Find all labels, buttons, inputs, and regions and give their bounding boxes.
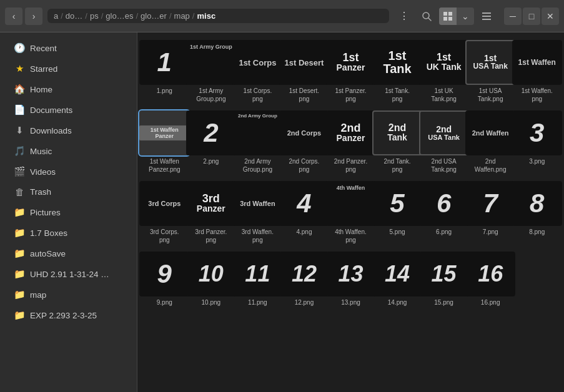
folder-icon-5: 📁 bbox=[14, 289, 25, 300]
sidebar-item-exp293[interactable]: 📁 EXP 2.293 2-3-25 bbox=[4, 305, 133, 325]
hamburger-menu-button[interactable] bbox=[477, 6, 497, 26]
file-grid: 1 1.png 1st Army Group 1st ArmyGroup.png… bbox=[142, 37, 559, 309]
file-item-1corps[interactable]: 1st Corps 1st Corps.png bbox=[235, 37, 280, 105]
sidebar-item-documents[interactable]: 📄 Documents bbox=[4, 100, 133, 120]
grid-view-button[interactable] bbox=[439, 7, 457, 25]
file-item-11png[interactable]: 11 11.png bbox=[235, 249, 280, 309]
thumb-4thwaffen: 4th Waffen bbox=[326, 181, 376, 226]
file-item-2png[interactable]: 2 2.png bbox=[189, 108, 234, 176]
file-name-1uktank: 1st UKTank.png bbox=[431, 87, 457, 103]
file-item-14png[interactable]: 14 14.png bbox=[375, 249, 420, 309]
svg-rect-2 bbox=[443, 12, 447, 16]
thumb-3rdpanzer: 3rd Panzer bbox=[186, 181, 236, 226]
file-item-4thwaffen[interactable]: 4th Waffen 4th Waffen.png bbox=[329, 179, 373, 247]
breadcrumb-part: ps bbox=[90, 11, 99, 21]
file-name-10png: 10.png bbox=[202, 298, 221, 306]
file-name-15png: 15.png bbox=[434, 298, 453, 306]
chevron-view-button[interactable]: ⌄ bbox=[457, 7, 474, 25]
sidebar-item-pictures[interactable]: 📁 Pictures bbox=[4, 202, 133, 222]
file-name-14png: 14.png bbox=[388, 298, 407, 306]
file-item-2ndtank[interactable]: 2nd Tank 2nd Tank.png bbox=[375, 108, 420, 176]
file-item-13png[interactable]: 13 13.png bbox=[329, 249, 373, 309]
file-item-2ndusatank[interactable]: 2nd USA Tank 2nd USATank.png bbox=[422, 108, 466, 176]
file-item-1panzer[interactable]: 1st Panzer 1st Panzer.png bbox=[329, 37, 373, 105]
sidebar-item-uhd291[interactable]: 📁 UHD 2.91 1-31-24 … bbox=[4, 264, 133, 284]
file-item-1waffen[interactable]: 1st Waffen 1st Waffen.png bbox=[515, 37, 559, 105]
thumb-6png: 6 bbox=[419, 181, 469, 226]
file-item-1armygroup[interactable]: 1st Army Group 1st ArmyGroup.png bbox=[189, 37, 234, 105]
grid-icon bbox=[443, 12, 452, 21]
file-name-1corps: 1st Corps.png bbox=[244, 87, 272, 103]
svg-line-1 bbox=[428, 18, 431, 21]
file-name-16png: 16.png bbox=[481, 298, 500, 306]
file-name-1panzer: 1st Panzer.png bbox=[335, 87, 366, 103]
sidebar-item-starred[interactable]: ★ Starred bbox=[4, 59, 133, 79]
file-item-3rdcorps[interactable]: 3rd Corps 3rd Corps.png bbox=[142, 179, 187, 247]
file-item-1usatank[interactable]: 1st USA Tank 1st USATank.png bbox=[468, 37, 513, 105]
file-item-15png[interactable]: 15 15.png bbox=[422, 249, 466, 309]
search-button[interactable] bbox=[417, 6, 437, 26]
maximize-button[interactable]: □ bbox=[523, 7, 540, 25]
thumb-1png: 1 bbox=[139, 40, 189, 85]
sidebar-label-autosave: autoSave bbox=[30, 249, 66, 258]
sidebar-item-autosave[interactable]: 📁 autoSave bbox=[4, 243, 133, 263]
svg-rect-5 bbox=[448, 17, 452, 21]
sidebar-item-map[interactable]: 📁 map bbox=[4, 285, 133, 305]
file-item-1uktank[interactable]: 1st UK Tank 1st UKTank.png bbox=[422, 37, 466, 105]
file-item-5png[interactable]: 5 5.png bbox=[375, 179, 420, 247]
file-item-4png[interactable]: 4 4.png bbox=[282, 179, 327, 247]
thumb-16png: 16 bbox=[465, 252, 515, 296]
thumb-2ndwaffen: 2nd Waffen bbox=[465, 110, 515, 155]
thumb-2ndtank: 2nd Tank bbox=[372, 110, 422, 155]
thumb-2ndusatank: 2nd USA Tank bbox=[419, 110, 469, 155]
sidebar-item-downloads[interactable]: ⬇ Downloads bbox=[4, 120, 133, 140]
file-name-1usatank: 1st USATank.png bbox=[478, 87, 503, 103]
sidebar-item-17boxes[interactable]: 📁 1.7 Boxes bbox=[4, 223, 133, 243]
file-name-3rdcorps: 3rd Corps.png bbox=[150, 228, 179, 244]
file-item-1png[interactable]: 1 1.png bbox=[142, 37, 187, 105]
sidebar-item-trash[interactable]: 🗑 Trash bbox=[4, 182, 133, 202]
thumb-3rdwaffen: 3rd Waffen bbox=[232, 181, 282, 226]
file-item-10png[interactable]: 10 10.png bbox=[189, 249, 234, 309]
file-item-2ndwaffen[interactable]: 2nd Waffen 2ndWaffen.png bbox=[468, 108, 513, 176]
file-content: 1 1.png 1st Army Group 1st ArmyGroup.png… bbox=[137, 32, 564, 392]
file-item-1tank[interactable]: 1st Tank 1st Tank.png bbox=[375, 37, 420, 105]
file-item-8png[interactable]: 8 8.png bbox=[515, 179, 559, 247]
file-item-3rdpanzer[interactable]: 3rd Panzer 3rd Panzer.png bbox=[189, 179, 234, 247]
file-item-3rdwaffen[interactable]: 3rd Waffen 3rd Waffen.png bbox=[235, 179, 280, 247]
sidebar-label-music: Music bbox=[30, 147, 52, 156]
sidebar-item-home[interactable]: 🏠 Home bbox=[4, 79, 133, 99]
forward-button[interactable]: › bbox=[25, 7, 42, 25]
file-item-1desert[interactable]: 1st Desert 1st Desert.png bbox=[282, 37, 327, 105]
thumb-14png: 14 bbox=[372, 252, 422, 296]
sidebar-item-music[interactable]: 🎵 Music bbox=[4, 141, 133, 161]
file-item-12png[interactable]: 12 12.png bbox=[282, 249, 327, 309]
thumb-7png: 7 bbox=[465, 181, 515, 226]
thumb-1usatank: 1st USA Tank bbox=[465, 40, 515, 85]
hamburger-icon bbox=[482, 12, 491, 20]
file-item-2armygroup[interactable]: 2nd Army Group 2nd ArmyGroup.png bbox=[235, 108, 280, 176]
file-item-9png[interactable]: 9 9.png bbox=[142, 249, 187, 309]
sidebar-item-videos[interactable]: 🎬 Videos bbox=[4, 162, 133, 182]
file-item-6png[interactable]: 6 6.png bbox=[422, 179, 466, 247]
video-icon: 🎬 bbox=[14, 166, 25, 177]
thumb-1waffen: 1st Waffen bbox=[512, 40, 562, 85]
file-item-7png[interactable]: 7 7.png bbox=[468, 179, 513, 247]
sidebar-item-recent[interactable]: 🕐 Recent bbox=[4, 38, 133, 58]
file-item-3png[interactable]: 3 3.png bbox=[515, 108, 559, 176]
file-item-2corps[interactable]: 2nd Corps 2nd Corps.png bbox=[282, 108, 327, 176]
minimize-button[interactable]: ─ bbox=[504, 7, 522, 25]
file-item-2ndpanzer[interactable]: 2nd Panzer 2nd Panzer.png bbox=[329, 108, 373, 176]
file-item-16png[interactable]: 16 16.png bbox=[468, 249, 513, 309]
document-icon: 📄 bbox=[14, 104, 25, 115]
thumb-3png: 3 bbox=[512, 110, 562, 155]
home-icon: 🏠 bbox=[14, 84, 25, 95]
close-button[interactable]: ✕ bbox=[542, 7, 559, 25]
breadcrumb-menu-button[interactable]: ⋮ bbox=[394, 6, 414, 26]
file-name-2corps: 2nd Corps.png bbox=[289, 157, 319, 174]
svg-rect-3 bbox=[448, 12, 452, 16]
file-name-2ndtank: 2nd Tank.png bbox=[383, 157, 410, 174]
back-button[interactable]: ‹ bbox=[5, 7, 22, 25]
file-item-1waffenpanzer[interactable]: 1st Waffen Panzer 1st WaffenPanzer.png bbox=[142, 108, 187, 176]
file-name-1waffen: 1st Waffen.png bbox=[522, 87, 553, 103]
